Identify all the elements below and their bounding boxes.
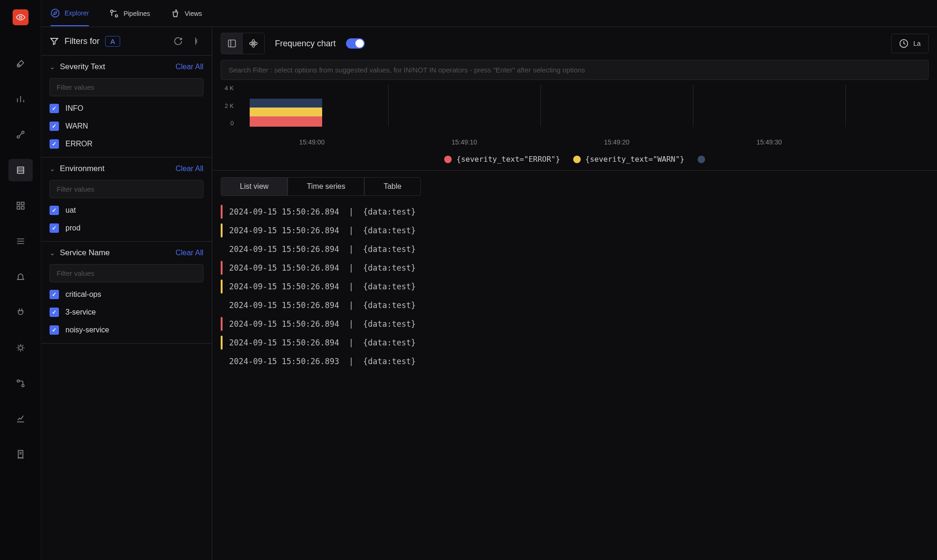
checkbox-checked[interactable]: ✓ [50, 223, 59, 233]
clear-all-link[interactable]: Clear All [175, 165, 203, 173]
rail-logs[interactable] [8, 159, 33, 181]
rail-rocket[interactable] [8, 52, 33, 75]
log-separator: | [339, 282, 363, 291]
svg-rect-14 [228, 40, 235, 47]
raw-button[interactable] [221, 33, 243, 54]
tab-label: Pipelines [123, 10, 150, 17]
filter-section-header[interactable]: ⌄ Environment Clear All [50, 164, 203, 173]
rail-metrics[interactable] [8, 88, 33, 110]
log-separator: | [339, 226, 363, 235]
chevron-down-icon: ⌄ [50, 165, 55, 172]
log-body: {data:test} [363, 207, 416, 216]
clear-all-link[interactable]: Clear All [175, 249, 203, 257]
filter-value[interactable]: ✓ INFO [50, 104, 203, 113]
filter-input[interactable] [50, 180, 203, 198]
legend-item[interactable]: {severity_text="ERROR"} [444, 155, 560, 164]
svg-rect-6 [21, 207, 24, 209]
tab-explorer[interactable]: Explorer [50, 1, 89, 26]
clear-all-link[interactable]: Clear All [175, 63, 203, 71]
log-row[interactable]: 2024-09-15 15:50:26.894 | {data:test} [221, 277, 929, 296]
svg-point-7 [18, 346, 22, 350]
refresh-button[interactable] [172, 35, 185, 48]
log-row[interactable]: 2024-09-15 15:50:26.894 | {data:test} [221, 333, 929, 352]
filter-input[interactable] [50, 78, 203, 96]
log-body: {data:test} [363, 282, 416, 291]
view-tab-timeseries[interactable]: Time series [288, 177, 364, 196]
legend-label: {severity_text="WARN"} [585, 155, 685, 164]
checkbox-checked[interactable]: ✓ [50, 206, 59, 215]
log-timestamp: 2024-09-15 15:50:26.893 [229, 357, 339, 366]
severity-marker [221, 242, 223, 256]
log-row[interactable]: 2024-09-15 15:50:26.894 | {data:test} [221, 315, 929, 333]
log-body: {data:test} [363, 244, 416, 254]
rail-integrations[interactable] [8, 301, 33, 323]
tab-pipelines[interactable]: Pipelines [109, 1, 150, 26]
app-logo[interactable] [13, 9, 29, 25]
filter-value[interactable]: ✓ ERROR [50, 139, 203, 149]
severity-marker [221, 280, 223, 294]
search-row [212, 60, 937, 80]
log-body: {data:test} [363, 357, 416, 366]
panel-icon [227, 39, 237, 48]
checkbox-checked[interactable]: ✓ [50, 325, 59, 335]
legend-item[interactable]: {severity_text="WARN"} [573, 155, 685, 164]
view-tab-list[interactable]: List view [221, 177, 288, 196]
logs-list[interactable]: 2024-09-15 15:50:26.894 | {data:test} 20… [212, 202, 937, 560]
svg-point-12 [111, 10, 113, 12]
checkbox-checked[interactable]: ✓ [50, 308, 59, 317]
rail-services[interactable] [8, 372, 33, 395]
filter-section-header[interactable]: ⌄ Service Name Clear All [50, 248, 203, 258]
log-row[interactable]: 2024-09-15 15:50:26.894 | {data:test} [221, 240, 929, 258]
rail-alerts[interactable] [8, 266, 33, 288]
log-row[interactable]: 2024-09-15 15:50:26.894 | {data:test} [221, 202, 929, 221]
rail-billing[interactable] [8, 443, 33, 466]
svg-point-13 [115, 14, 118, 17]
chart-plot [236, 85, 929, 127]
checkbox-checked[interactable]: ✓ [50, 104, 59, 113]
log-row[interactable]: 2024-09-15 15:50:26.894 | {data:test} [221, 296, 929, 315]
log-body: {data:test} [363, 263, 416, 273]
severity-marker [221, 354, 223, 368]
rail-dashboards[interactable] [8, 194, 33, 217]
log-row[interactable]: 2024-09-15 15:50:26.894 | {data:test} [221, 258, 929, 277]
rail-traces[interactable] [8, 123, 33, 146]
frequency-chart[interactable]: 4 K 2 K 0 [212, 80, 937, 150]
svg-rect-4 [21, 202, 24, 205]
format-button[interactable] [243, 33, 264, 54]
filter-value[interactable]: ✓ noisy-service [50, 325, 203, 335]
checkbox-checked[interactable]: ✓ [50, 122, 59, 131]
view-tab-table[interactable]: Table [364, 177, 420, 196]
rail-usage[interactable] [8, 408, 33, 430]
filters-badge[interactable]: A [105, 36, 120, 47]
filter-value[interactable]: ✓ prod [50, 223, 203, 233]
log-separator: | [339, 338, 363, 347]
search-input[interactable] [221, 60, 929, 80]
checkbox-checked[interactable]: ✓ [50, 290, 59, 299]
chart-y-axis: 4 K 2 K 0 [221, 85, 234, 127]
time-range-button[interactable]: La [891, 34, 929, 53]
legend-dot [698, 156, 705, 163]
log-separator: | [339, 263, 363, 273]
chevron-down-icon: ⌄ [50, 249, 55, 257]
collapse-button[interactable] [190, 35, 203, 48]
time-label: La [913, 40, 921, 47]
freq-toggle[interactable] [346, 38, 365, 49]
filter-value[interactable]: ✓ uat [50, 206, 203, 215]
filter-value[interactable]: ✓ critical-ops [50, 290, 203, 299]
legend-item[interactable] [698, 155, 705, 164]
log-row[interactable]: 2024-09-15 15:50:26.893 | {data:test} [221, 352, 929, 371]
rail-messaging[interactable] [8, 230, 33, 252]
log-row[interactable]: 2024-09-15 15:50:26.894 | {data:test} [221, 221, 929, 240]
filter-value[interactable]: ✓ 3-service [50, 308, 203, 317]
severity-marker [221, 223, 223, 237]
chart-legend: {severity_text="ERROR"} {severity_text="… [212, 150, 937, 171]
chart-grid [236, 85, 929, 127]
filter-value[interactable]: ✓ WARN [50, 122, 203, 131]
tab-views[interactable]: Views [171, 1, 202, 26]
log-separator: | [339, 301, 363, 310]
atom-icon [249, 39, 258, 48]
checkbox-checked[interactable]: ✓ [50, 139, 59, 149]
filter-section-header[interactable]: ⌄ Severity Text Clear All [50, 62, 203, 72]
filter-input[interactable] [50, 264, 203, 282]
rail-exceptions[interactable] [8, 337, 33, 359]
